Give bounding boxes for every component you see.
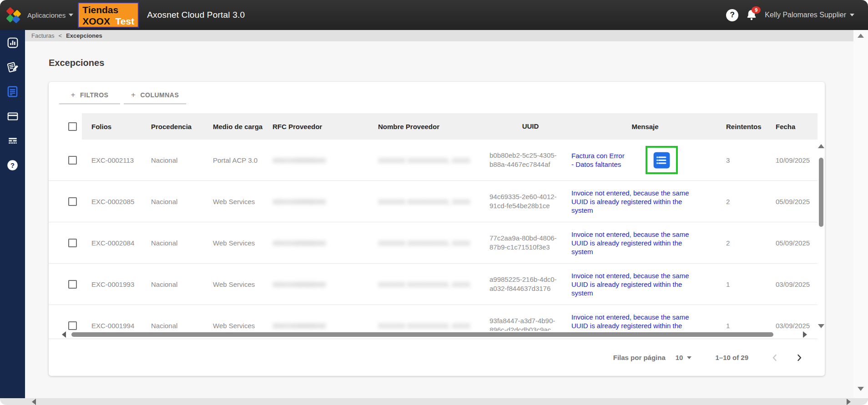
- sidebar-item-reportes[interactable]: [6, 135, 19, 147]
- row-select-cell: [49, 305, 82, 331]
- mensaje-link[interactable]: Invoice not entered, because the same: [571, 271, 689, 280]
- breadcrumb-parent[interactable]: Facturas: [31, 32, 55, 39]
- horizontal-scrollbar-thumb[interactable]: [71, 332, 773, 337]
- table-rows-icon: [7, 135, 19, 147]
- cell-uuid: 94c69335-2e60-4012-91cd-fe54be28b1ce: [490, 181, 571, 222]
- mensaje-link[interactable]: UUID is already registered within the: [571, 280, 682, 289]
- axosnet-logo-icon: [5, 7, 22, 23]
- scroll-left-arrow-icon[interactable]: [62, 331, 66, 338]
- mensaje-link[interactable]: Invoice not entered, because the same: [571, 189, 689, 197]
- select-all-checkbox[interactable]: [68, 122, 77, 131]
- column-header: Procedencia: [151, 113, 213, 140]
- list-detail-icon[interactable]: [653, 151, 671, 169]
- credit-card-icon: [7, 110, 19, 122]
- cell-procedencia: Nacional: [151, 264, 213, 305]
- columns-button[interactable]: + COLUMNAS: [124, 87, 186, 104]
- page-scroll-up-arrow-icon[interactable]: [858, 34, 864, 38]
- apps-menu[interactable]: Aplicaciones: [27, 11, 73, 19]
- scroll-right-arrow-icon[interactable]: [803, 331, 807, 338]
- row-checkbox[interactable]: [68, 156, 77, 165]
- mensaje-link[interactable]: system: [571, 206, 593, 215]
- cell-reintentos: 2: [719, 181, 769, 222]
- rows-per-page-select[interactable]: 10: [676, 354, 692, 361]
- app-window: Aplicaciones Tiendas XOOX Test Axosnet C…: [0, 0, 868, 405]
- column-header: Medio de carga: [213, 113, 273, 140]
- table-row: EXC-0002113 Nacional Portal ACP 3.0 X0XX…: [49, 140, 818, 181]
- redacted-rfc: X0XXX000000X0: [273, 239, 326, 247]
- env-badge-line1: Tiendas: [82, 4, 134, 15]
- page-scroll-left-arrow-icon[interactable]: [32, 399, 36, 405]
- cell-folio: EXC-0002113: [82, 140, 151, 180]
- sidebar-item-dashboard[interactable]: [6, 36, 19, 49]
- cell-uuid: 93fa8447-a3d7-4b90-896c-d2dcdb03c9ac: [490, 305, 571, 331]
- redacted-rfc: X0XXX000000X0: [273, 280, 326, 288]
- cell-fecha: 05/09/2025: [769, 222, 818, 263]
- apps-menu-label: Aplicaciones: [27, 11, 66, 19]
- redacted-rfc: X0XXX000000X0: [273, 198, 326, 205]
- mensaje-link[interactable]: - Datos faltantes: [571, 160, 621, 169]
- mensaje-link[interactable]: UUID is already registered within the: [571, 321, 682, 330]
- breadcrumb: Facturas < Excepciones: [25, 30, 853, 41]
- cell-procedencia: Nacional: [151, 181, 213, 222]
- scroll-down-arrow-icon[interactable]: [818, 324, 824, 328]
- column-header: Nombre Proveedor: [378, 113, 490, 140]
- next-page-button[interactable]: [794, 352, 805, 363]
- page-scroll-right-arrow-icon[interactable]: [847, 399, 851, 405]
- scroll-up-arrow-icon[interactable]: [818, 144, 824, 148]
- row-select-cell: [49, 264, 82, 305]
- page-scroll-down-arrow-icon[interactable]: [858, 387, 864, 391]
- row-checkbox[interactable]: [68, 321, 77, 330]
- cell-folio: EXC-0002084: [82, 222, 151, 263]
- rows-per-page-value: 10: [676, 354, 683, 361]
- env-badge-tag: Test: [116, 15, 135, 27]
- cell-uuid: b0b80eb2-5c25-4305-b88a-4467ec7844af: [490, 140, 571, 180]
- notifications-bell-icon[interactable]: 9: [745, 9, 758, 21]
- sidebar-item-registros[interactable]: [6, 61, 19, 73]
- redacted-nombre: XXXXXX XXXXXXXXX, XXXX: [378, 239, 470, 247]
- help-icon[interactable]: ?: [726, 9, 738, 21]
- row-checkbox[interactable]: [68, 280, 77, 289]
- cell-folio: EXC-0001994: [82, 305, 151, 331]
- cell-fecha: 03/09/2025: [769, 305, 818, 331]
- cell-mensaje: Invoice not entered, because the sameUUI…: [571, 181, 719, 222]
- redacted-nombre: XXXXXX XXXXXXXXX, XXXX: [378, 322, 470, 330]
- mensaje-link[interactable]: Invoice not entered, because the same: [571, 313, 689, 321]
- help-circle-icon: ?: [6, 159, 19, 171]
- user-menu[interactable]: Kelly Palomares Supplier: [765, 11, 854, 19]
- mensaje-link[interactable]: system: [571, 289, 593, 297]
- sidebar-item-help[interactable]: ?: [6, 159, 19, 171]
- row-select-cell: [49, 181, 82, 222]
- cell-reintentos: 1: [719, 305, 769, 331]
- previous-page-button[interactable]: [769, 352, 780, 363]
- column-header: Folios: [82, 113, 151, 140]
- columns-button-label: COLUMNAS: [140, 91, 179, 99]
- cell-medio-de-carga: Web Services: [213, 181, 273, 222]
- mensaje-link[interactable]: Factura con Error: [571, 151, 625, 160]
- sidebar-item-facturas-active[interactable]: [6, 85, 19, 98]
- filters-button[interactable]: + FILTROS: [59, 87, 120, 104]
- cell-medio-de-carga: Web Services: [213, 222, 273, 263]
- table-row: EXC-0001994 Nacional Web Services X0XXX0…: [49, 305, 818, 331]
- mensaje-link[interactable]: UUID is already registered within the: [571, 197, 682, 206]
- row-select-cell: [49, 140, 82, 180]
- sidebar-item-pagos[interactable]: [6, 110, 19, 122]
- row-checkbox[interactable]: [68, 197, 77, 206]
- page-title: Excepciones: [49, 58, 104, 68]
- chevron-down-icon: [687, 356, 691, 359]
- chevron-left-icon: [769, 352, 780, 363]
- row-checkbox[interactable]: [68, 239, 77, 247]
- cell-nombre-proveedor: XXXXXX XXXXXXXXX, XXXX: [378, 181, 490, 222]
- cell-folio: EXC-0001993: [82, 264, 151, 305]
- cell-folio: EXC-0002085: [82, 181, 151, 222]
- plus-icon: +: [131, 92, 136, 98]
- vertical-scrollbar-thumb[interactable]: [819, 158, 823, 227]
- column-header: Mensaje: [571, 113, 719, 140]
- mensaje-link[interactable]: system: [571, 247, 593, 256]
- document-lines-icon: [6, 85, 19, 98]
- breadcrumb-current: Excepciones: [66, 32, 102, 39]
- main-content: Excepciones + FILTROS + COLUMNAS FoliosP…: [25, 41, 853, 398]
- cell-medio-de-carga: Portal ACP 3.0: [213, 140, 273, 180]
- cell-medio-de-carga: Web Services: [213, 264, 273, 305]
- mensaje-link[interactable]: Invoice not entered, because the same: [571, 230, 689, 239]
- mensaje-link[interactable]: UUID is already registered within the: [571, 239, 682, 247]
